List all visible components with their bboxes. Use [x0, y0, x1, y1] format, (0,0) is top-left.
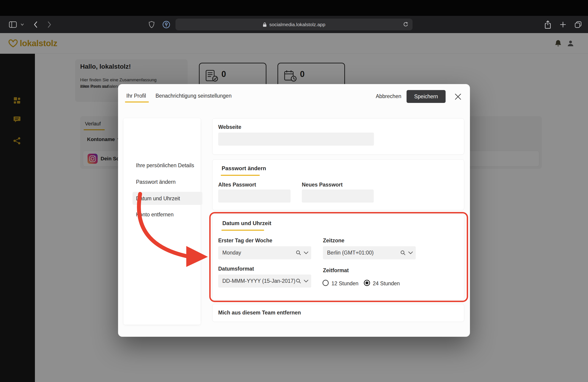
close-icon	[454, 93, 462, 101]
password-title-underline	[221, 175, 260, 176]
sidebar-toggle-button[interactable]	[8, 16, 18, 33]
remove-team-link[interactable]: Mich aus diesem Team entfernen	[218, 310, 301, 316]
save-button[interactable]: Speichern	[407, 90, 446, 103]
nav-item-personal-details[interactable]: Ihre persönlichen Details	[136, 162, 194, 169]
timezone-select[interactable]: Berlin (GMT+01:00)	[323, 246, 416, 259]
old-password-input[interactable]	[218, 190, 291, 203]
chevron-down-icon	[21, 23, 24, 26]
timezone-value: Berlin (GMT+01:00)	[327, 250, 374, 256]
modal-nav-panel: Ihre persönlichen Details Passwort änder…	[124, 118, 201, 325]
date-format-label: Datumsformat	[218, 266, 254, 272]
macos-menubar	[0, 0, 588, 16]
radio-12-hours[interactable]	[322, 280, 329, 286]
radio-12-hours-label[interactable]: 12 Stunden	[332, 280, 358, 287]
select-icons	[296, 246, 309, 259]
password-section-title: Passwort ändern	[222, 165, 266, 171]
tab-ihr-profil[interactable]: Ihr Profil	[126, 93, 146, 99]
url-bar[interactable]: socialmedia.lokalstolz.app	[175, 19, 413, 30]
nav-item-remove-account[interactable]: Konto entfernen	[136, 212, 174, 218]
time-format-label: Zeitformat	[323, 267, 349, 274]
chevron-down-icon	[304, 279, 309, 282]
keyhole-circle-icon	[162, 21, 170, 28]
reload-icon	[403, 21, 409, 28]
new-tab-button[interactable]	[558, 16, 568, 33]
back-button[interactable]	[32, 16, 40, 33]
datetime-title-underline	[221, 230, 264, 231]
date-format-select[interactable]: DD-MMM-YYYY (15-Jan-2017)	[218, 275, 311, 288]
close-button[interactable]	[454, 93, 462, 102]
share-icon	[544, 20, 551, 29]
search-icon	[296, 278, 301, 284]
sidebar-dropdown-chevron[interactable]	[20, 16, 25, 33]
new-password-input[interactable]	[302, 190, 374, 203]
search-icon	[296, 250, 301, 256]
share-button[interactable]	[543, 16, 553, 33]
website-input[interactable]	[218, 132, 374, 146]
first-day-select[interactable]: Monday	[218, 246, 311, 259]
radio-24-hours[interactable]	[364, 280, 370, 286]
chevron-right-icon	[47, 21, 52, 28]
privacy-report-button[interactable]	[147, 16, 156, 33]
tab-overview-button[interactable]	[572, 16, 584, 33]
chevron-left-icon	[33, 21, 38, 28]
nav-item-date-time[interactable]: Datum und Uhrzeit	[136, 195, 180, 202]
select-icons	[296, 275, 309, 288]
chevron-down-icon	[304, 251, 309, 254]
tabs-icon	[574, 21, 582, 28]
profile-settings-modal: Ihr Profil Benachrichtigung seinstellung…	[118, 84, 470, 337]
first-day-label: Erster Tag der Woche	[218, 237, 273, 244]
radio-selected-dot	[365, 281, 368, 284]
password-extension-button[interactable]	[161, 16, 171, 33]
sidebar-icon	[9, 21, 17, 28]
radio-24-hours-label[interactable]: 24 Stunden	[373, 280, 400, 287]
timezone-label: Zeitzone	[323, 237, 344, 244]
select-icons	[400, 246, 413, 259]
page-viewport: lokalstolz	[0, 33, 588, 382]
tab-active-underline	[125, 102, 149, 103]
nav-item-change-password[interactable]: Passwort ändern	[136, 179, 176, 185]
shield-icon	[149, 21, 155, 28]
tab-benachrichtigungseinstellungen[interactable]: Benachrichtigung seinstellungen	[155, 93, 231, 99]
website-label: Webseite	[218, 124, 241, 130]
browser-toolbar: socialmedia.lokalstolz.app	[0, 16, 588, 33]
chevron-down-icon	[408, 251, 413, 254]
cancel-button[interactable]: Abbrechen	[376, 93, 401, 100]
forward-button[interactable]	[45, 16, 53, 33]
old-password-label: Altes Passwort	[218, 182, 256, 188]
lock-icon	[263, 22, 267, 27]
search-icon	[400, 250, 406, 256]
new-password-label: Neues Passwort	[302, 182, 343, 188]
url-text: socialmedia.lokalstolz.app	[270, 22, 325, 27]
reload-button[interactable]	[403, 21, 409, 29]
first-day-value: Monday	[222, 250, 241, 256]
date-format-value: DD-MMM-YYYY (15-Jan-2017)	[222, 278, 295, 284]
plus-icon	[560, 21, 566, 28]
datetime-section-title: Datum und Uhrzeit	[222, 220, 271, 227]
